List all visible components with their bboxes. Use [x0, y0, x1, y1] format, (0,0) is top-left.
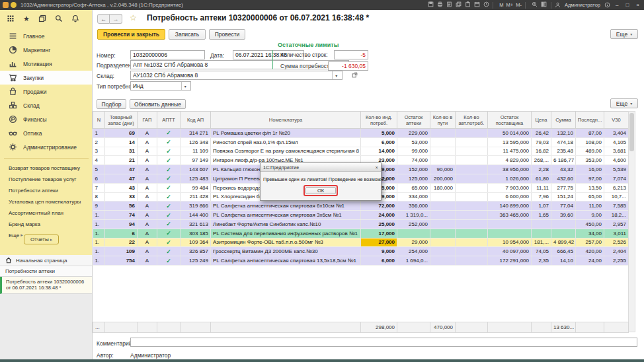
table-cell[interactable] — [456, 238, 488, 247]
maximize-button[interactable]: □ — [624, 2, 631, 8]
table-cell[interactable]: 2,28 — [532, 165, 551, 174]
table-cell[interactable]: 94 — [105, 219, 138, 229]
table-cell[interactable] — [456, 156, 488, 165]
table-cell[interactable] — [430, 256, 456, 266]
sidebar-item-финансы[interactable]: Финансы — [0, 112, 92, 126]
table-cell[interactable]: 2 — [93, 137, 105, 147]
table-cell[interactable]: 74 — [105, 211, 138, 220]
aptt-check-icon[interactable]: ✓ — [157, 219, 181, 229]
warehouse-field[interactable]: ▾ — [130, 71, 342, 80]
table-cell[interactable]: 40 097,000 — [488, 247, 532, 256]
column-header[interactable]: Товарный запас (дни) — [105, 112, 138, 129]
table-cell[interactable]: 11,11 — [532, 183, 551, 192]
table-cell[interactable]: 200,000 — [430, 174, 456, 183]
table-cell[interactable] — [430, 156, 456, 165]
table-cell[interactable]: 2,35 — [532, 256, 551, 266]
number-input[interactable] — [133, 52, 202, 58]
table-cell[interactable] — [430, 201, 456, 211]
table-cell[interactable]: 9,00 — [576, 211, 604, 220]
scale-button[interactable]: М- — [516, 2, 522, 8]
sidebar-link[interactable]: Возврат товаров поставщику — [0, 163, 92, 174]
table-cell[interactable]: А — [138, 147, 157, 156]
table-cell[interactable]: PL Салфетка антисептическая спиртовая 3х… — [211, 211, 361, 220]
table-cell[interactable] — [397, 229, 430, 238]
table-cell[interactable] — [456, 147, 488, 156]
more-button-top[interactable]: Еще — [610, 29, 638, 39]
back-button[interactable]: ← — [97, 14, 110, 24]
table-cell[interactable] — [456, 219, 488, 229]
sidebar-link[interactable]: Бренд марка — [0, 219, 92, 230]
table-cell[interactable] — [430, 137, 456, 147]
table-cell[interactable]: 9,000 — [361, 247, 397, 256]
need-type-field[interactable]: ▾ — [130, 81, 191, 90]
table-cell[interactable]: 17,000 — [361, 229, 397, 238]
table-cell[interactable]: 1,65 — [532, 211, 551, 220]
notifications-bell-icon[interactable] — [71, 15, 79, 22]
table-cell[interactable]: 125 483 — [181, 174, 211, 183]
table-cell[interactable] — [532, 219, 551, 229]
table-cell[interactable]: А — [138, 156, 157, 165]
aptt-check-icon[interactable]: ✓ — [157, 211, 181, 220]
column-header[interactable]: Сумма — [551, 112, 576, 129]
table-cell[interactable]: А — [138, 129, 157, 138]
table-cell[interactable] — [551, 229, 576, 238]
table-cell[interactable]: PL Ромашка цветки ф/п 1г №20 — [211, 129, 361, 138]
warehouse-input[interactable] — [133, 72, 332, 79]
table-cell[interactable]: 180,000 — [430, 183, 456, 192]
table-cell[interactable]: 5,000 — [361, 129, 397, 138]
table-cell[interactable]: 9 — [93, 201, 105, 211]
table-cell[interactable]: 1 694,0... — [397, 256, 430, 266]
history-icon[interactable] — [38, 15, 46, 22]
table-cell[interactable]: 211 428 — [181, 192, 211, 201]
table-cell[interactable] — [430, 211, 456, 220]
table-cell[interactable]: 2,255 — [604, 256, 629, 266]
column-header[interactable]: Номенклатура — [211, 112, 361, 129]
table-cell[interactable]: 39,60 — [551, 211, 576, 220]
table-cell[interactable] — [456, 165, 488, 174]
table-cell[interactable]: 5 — [93, 165, 105, 174]
table-cell[interactable] — [456, 183, 488, 192]
table-cell[interactable]: 6 — [93, 174, 105, 183]
calendar-icon[interactable] — [473, 1, 480, 8]
aptt-check-icon[interactable]: ✓ — [157, 137, 181, 147]
table-cell[interactable]: 151,24 — [551, 192, 576, 201]
table-cell[interactable]: 7,96 — [532, 192, 551, 201]
table-cell[interactable]: 50 014,000 — [488, 129, 532, 138]
table-cell[interactable]: 1. — [93, 256, 105, 266]
save-button[interactable]: Записать — [169, 29, 206, 40]
table-cell[interactable]: 7 — [93, 183, 105, 192]
table-cell[interactable]: 97 149 — [181, 156, 211, 165]
table-cell[interactable]: 7,585 — [604, 201, 629, 211]
table-row[interactable]: 1.74А✓144 400PL Салфетка антисептическая… — [93, 211, 629, 220]
table-cell[interactable] — [488, 219, 532, 229]
table-cell[interactable]: 3,404 — [604, 129, 629, 138]
table-cell[interactable]: 229,000 — [397, 129, 430, 138]
aptt-check-icon[interactable]: ✓ — [157, 192, 181, 201]
table-cell[interactable]: 99 484 — [181, 183, 211, 192]
table-cell[interactable]: 29,000 — [397, 238, 430, 247]
table-cell[interactable]: 666,45 — [551, 247, 576, 256]
need-type-input[interactable] — [133, 83, 181, 89]
table-cell[interactable]: 33 — [105, 192, 138, 201]
table-cell[interactable]: 22 — [105, 238, 138, 247]
table-cell[interactable]: 4 — [93, 156, 105, 165]
table-cell[interactable]: 277,75 — [551, 183, 576, 192]
table-cell[interactable]: 125 249 — [181, 256, 211, 266]
column-header[interactable]: ГАП — [138, 112, 157, 129]
table-cell[interactable]: 25,000 — [361, 219, 397, 229]
table-cell[interactable] — [488, 229, 532, 238]
table-cell[interactable]: А — [138, 174, 157, 183]
table-cell[interactable]: 7,074 — [604, 174, 629, 183]
table-cell[interactable]: 474,18 — [551, 137, 576, 147]
number-field[interactable] — [130, 50, 205, 59]
table-cell[interactable] — [456, 229, 488, 238]
table-cell[interactable]: 14,000 — [361, 147, 397, 156]
table-cell[interactable]: 252,000 — [397, 219, 430, 229]
table-cell[interactable]: 74,05 — [532, 247, 551, 256]
table-cell[interactable] — [456, 256, 488, 266]
table-cell[interactable]: 356,000 — [397, 201, 430, 211]
column-header[interactable]: Кол-во авт.потреб. — [456, 112, 488, 129]
copy-icon[interactable] — [455, 1, 462, 8]
table-row[interactable]: 1.22А✓109 364Азитромицин Форте-OBL таб.п… — [93, 238, 629, 247]
table-cell[interactable]: PL Салфетка антисептическая спиртовая 6х… — [211, 201, 361, 211]
